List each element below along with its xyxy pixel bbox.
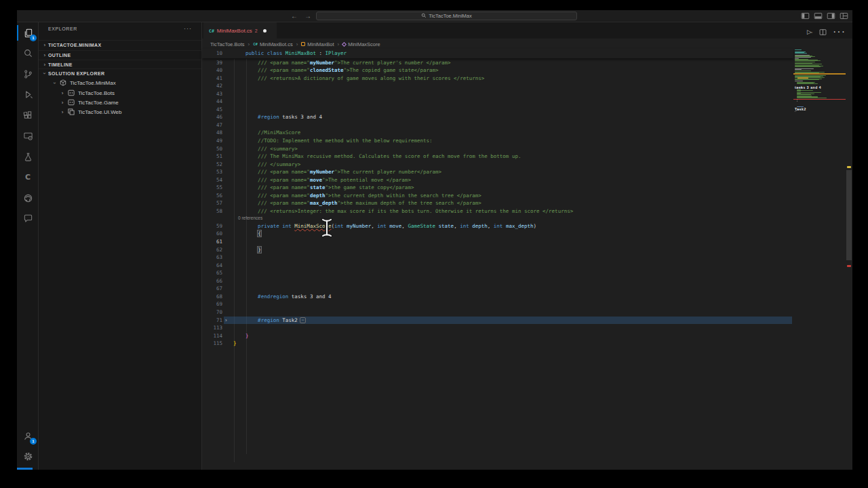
line-number: 66 [202, 277, 222, 285]
code-line-59[interactable]: 59 private int MiniMaxScore(int myNumber… [202, 222, 793, 230]
sidebar-more-actions-icon[interactable]: ··· [184, 25, 192, 32]
nav-forward-icon[interactable]: → [304, 11, 311, 22]
section-outline[interactable]: ›OUTLINE [39, 50, 201, 60]
activity-account[interactable]: 1 [17, 426, 39, 447]
code-line-70[interactable]: 70 [202, 308, 793, 317]
minimap-line [795, 53, 807, 54]
section-tictactoe-minimax[interactable]: ›TICTACTOE.MINIMAX [39, 40, 201, 49]
activity-search[interactable] [17, 43, 39, 64]
minimap-line [795, 62, 815, 62]
line-number: 67 [202, 285, 222, 293]
code-line-49[interactable]: 49 //TODO: Implement the method with the… [202, 137, 793, 145]
code-line-40[interactable]: 40 /// <param name="clonedState">The cop… [202, 66, 793, 75]
tab-minimaxbot[interactable]: C# MiniMaxBot.cs 2 [203, 22, 277, 39]
code-line-42[interactable]: 42 [202, 82, 793, 90]
code-line-67[interactable]: 67 [202, 285, 793, 293]
code-line-65[interactable]: 65 [202, 269, 793, 277]
line-number: 56 [202, 192, 222, 200]
activity-remote-explorer[interactable] [17, 126, 39, 147]
tree-item-tictactoe-bots[interactable]: ›TicTacToe.Bots [39, 88, 201, 98]
code-line-64[interactable]: 64 [202, 262, 793, 270]
line-number: 42 [202, 82, 222, 90]
line-number: 64 [202, 262, 222, 270]
section-solution-explorer[interactable]: ›SOLUTION EXPLORER [39, 68, 201, 78]
nav-back-icon[interactable]: ← [291, 11, 298, 22]
code-line-57[interactable]: 57 /// <param name="max_depth">the maxim… [202, 199, 793, 207]
line-number: 39 [202, 59, 222, 67]
code-line-69[interactable]: 69 [202, 300, 793, 308]
minimap-line [795, 79, 819, 80]
code-line-52[interactable]: 52 /// </summary> [202, 161, 793, 169]
breadcrumb-tictactoe-bots[interactable]: TicTacToe.Bots [210, 41, 245, 47]
code-line-71[interactable]: 71› #region Task2⋯ [202, 317, 793, 325]
overview-ruler[interactable] [846, 39, 852, 470]
tree-item-tictactoe-minimax[interactable]: ›TicTacToe.MiniMax [39, 78, 201, 87]
code-line-50[interactable]: 50 /// <summary> [202, 145, 793, 153]
activity-settings[interactable] [17, 447, 39, 468]
command-center-search[interactable]: TicTacToe.MiniMax [316, 12, 577, 20]
line-text: /// <summary> [233, 145, 298, 153]
activity-run-debug[interactable] [17, 85, 39, 106]
fold-chevron-icon[interactable]: › [225, 317, 227, 325]
activity-explorer[interactable]: 1 [17, 22, 39, 43]
code-line-41[interactable]: 41 /// <returns>A dictionary of game mov… [202, 75, 793, 83]
badge: 1 [30, 438, 37, 445]
code-line-55[interactable]: 55 /// <param name="state">the game stat… [202, 184, 793, 192]
breadcrumb-label: TicTacToe.Bots [210, 41, 245, 47]
modified-dot-icon[interactable] [263, 29, 267, 33]
code-line-53[interactable]: 53 /// <param name="myNumber">The curren… [202, 168, 793, 176]
vscode-window: ← → TicTacToe.MiniMax 1C1 EXPLORER ··· ›… [17, 10, 852, 470]
web-project-icon [67, 108, 75, 116]
activity-csharp-kit[interactable]: C [17, 167, 39, 188]
codelens-references[interactable]: 0 references [238, 215, 262, 222]
code-line-51[interactable]: 51 /// The MiniMax recusive method. Calc… [202, 152, 793, 161]
minimap[interactable]: tasks 3 and 4Task2 [793, 49, 846, 428]
code-line-114[interactable]: 114 } [202, 332, 793, 340]
code-line-68[interactable]: 68 #endregion tasks 3 and 4 [202, 293, 793, 301]
scrollbar-thumb[interactable] [846, 170, 852, 260]
code-line-66[interactable]: 66 [202, 277, 793, 285]
code-line-113[interactable]: 113 [202, 324, 793, 332]
code-line-62[interactable]: 62 } [202, 246, 793, 254]
toggle-sidebar-left-icon[interactable] [801, 12, 810, 20]
code-line-58[interactable]: 58 /// <returns>Integer: the max score i… [202, 207, 793, 216]
code-line-61[interactable]: 61 [202, 238, 793, 246]
run-button[interactable]: ▷› [807, 28, 813, 35]
code-line-63[interactable]: 63 [202, 253, 793, 262]
code-line-44[interactable]: 44 [202, 98, 793, 106]
toggle-panel-icon[interactable] [814, 12, 823, 20]
breadcrumb-minimaxbot[interactable]: MiniMaxBot [301, 41, 334, 47]
code-line-60[interactable]: 60 { [202, 230, 793, 238]
section-timeline[interactable]: ›TIMELINE [39, 60, 201, 69]
activity-github[interactable] [17, 188, 39, 209]
code-line-39[interactable]: 39 /// <param name="myNumber">The curren… [202, 59, 793, 67]
code-line-45[interactable]: 45 [202, 106, 793, 114]
sticky-scroll-line[interactable]: 10 public class MiniMaxBot : IPlayer [202, 49, 793, 58]
code-line-46[interactable]: 46 #region tasks 3 and 4 [202, 113, 793, 121]
code-line-48[interactable]: 48 //MiniMaxScore [202, 129, 793, 137]
activity-source-control[interactable] [17, 64, 39, 85]
toggle-sidebar-right-icon[interactable] [827, 12, 835, 20]
editor-more-actions-icon[interactable]: ··· [833, 26, 846, 38]
code-line-54[interactable]: 54 /// <param name="move">The potential … [202, 176, 793, 184]
minimap-region-label: tasks 3 and 4 [795, 85, 821, 89]
code-line-47[interactable]: 47 [202, 121, 793, 129]
overview-marker [847, 265, 851, 267]
tree-item-tictactoe-game[interactable]: ›TicTacToe.Game [39, 98, 201, 107]
tree-item-tictactoe-ui-web[interactable]: ›TicTacToe.UI.Web [39, 107, 201, 117]
breadcrumb-minimaxbot-cs[interactable]: C#MiniMaxBot.cs [253, 41, 292, 47]
code-area[interactable]: 39 /// <param name="myNumber">The curren… [202, 59, 793, 470]
breadcrumb-minimaxscore[interactable]: MiniMaxScore [342, 41, 380, 47]
line-text: /// <param name="myNumber">The current p… [233, 59, 451, 67]
split-editor-icon[interactable] [819, 28, 827, 36]
activity-comments[interactable] [17, 209, 39, 230]
code-line-115[interactable]: 115} [202, 340, 793, 348]
code-line-43[interactable]: 43 [202, 90, 793, 98]
line-text: } [233, 246, 261, 254]
minimap-decoration-line [793, 73, 846, 75]
codelens-row[interactable]: 0 references [202, 215, 793, 222]
activity-extensions[interactable] [17, 105, 39, 126]
customize-layout-icon[interactable] [840, 12, 848, 20]
activity-testing[interactable] [17, 146, 39, 167]
code-line-56[interactable]: 56 /// <param name="depth">the current d… [202, 192, 793, 200]
